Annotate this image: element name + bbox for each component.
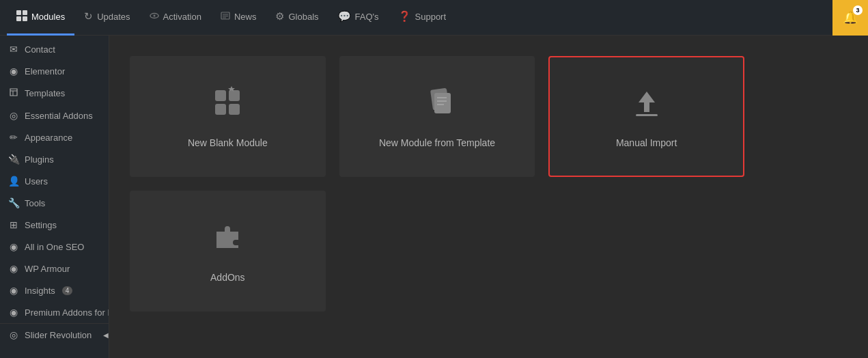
- svg-rect-15: [215, 104, 226, 115]
- nav-faqs-label: FAQ's: [355, 12, 379, 22]
- sidebar-item-templates-label: Templates: [25, 88, 65, 98]
- modules-icon: [16, 10, 27, 23]
- nav-updates-label: Updates: [97, 12, 130, 22]
- sidebar-item-elementor-label: Elementor: [25, 66, 65, 77]
- card-manual-import[interactable]: Manual Import: [548, 56, 744, 177]
- nav-modules[interactable]: Modules: [7, 0, 74, 36]
- insights-icon: ◉: [8, 285, 19, 296]
- insights-badge: 4: [62, 286, 73, 295]
- notification-badge: 3: [853, 5, 863, 15]
- sidebar-item-settings-label: Settings: [25, 220, 57, 230]
- sidebar-item-contact-label: Contact: [25, 44, 55, 55]
- sidebar-item-users-label: Users: [25, 176, 48, 187]
- nav-activation-label: Activation: [163, 12, 201, 22]
- nav-items: Modules ↻ Updates Activation: [0, 0, 832, 36]
- nav-updates[interactable]: ↻ Updates: [74, 0, 139, 36]
- svg-rect-3: [23, 16, 27, 21]
- module-cards-grid: New Blank Module New Module from Templat…: [130, 56, 744, 312]
- nav-globals-label: Globals: [288, 12, 318, 22]
- nav-globals[interactable]: ⚙ Globals: [266, 0, 328, 36]
- main-content: New Blank Module New Module from Templat…: [109, 36, 868, 358]
- elementor-icon: ◉: [8, 66, 19, 77]
- news-icon: [221, 11, 230, 23]
- sidebar: ✉ Contact ◉ Elementor Templates ◎ Essent…: [0, 36, 109, 358]
- sidebar-item-appearance[interactable]: ✏ Appearance: [0, 126, 109, 148]
- sidebar-item-contact[interactable]: ✉ Contact: [0, 38, 109, 60]
- new-module-from-template-label: New Module from Template: [379, 137, 495, 148]
- new-blank-module-icon: [210, 85, 245, 128]
- main-layout: ✉ Contact ◉ Elementor Templates ◎ Essent…: [0, 36, 868, 358]
- nav-modules-label: Modules: [31, 12, 65, 22]
- manual-import-icon: [629, 85, 664, 128]
- nav-news[interactable]: News: [211, 0, 266, 36]
- activation-icon: [150, 11, 159, 23]
- sidebar-item-tools-label: Tools: [25, 198, 45, 208]
- templates-icon: [8, 87, 19, 99]
- sidebar-item-all-in-one-seo[interactable]: ◉ All in One SEO: [0, 236, 109, 258]
- notifications-button[interactable]: 🔔 3: [832, 0, 868, 36]
- appearance-icon: ✏: [8, 132, 19, 143]
- sidebar-item-slider-revolution[interactable]: ◎ Slider Revolution ◀: [0, 323, 109, 346]
- sidebar-item-elementor[interactable]: ◉ Elementor: [0, 60, 109, 82]
- new-blank-module-label: New Blank Module: [188, 137, 268, 148]
- svg-point-5: [153, 14, 155, 16]
- nav-activation[interactable]: Activation: [140, 0, 211, 36]
- faqs-icon: 💬: [338, 10, 351, 23]
- svg-rect-13: [215, 90, 226, 101]
- sidebar-item-wp-armour[interactable]: ◉ WP Armour: [0, 258, 109, 279]
- svg-marker-10: [10, 89, 17, 96]
- addons-icon: [210, 219, 245, 262]
- updates-icon: ↻: [84, 10, 93, 23]
- card-addons[interactable]: AddOns: [130, 191, 326, 312]
- card-new-module-from-template[interactable]: New Module from Template: [339, 56, 535, 177]
- sidebar-item-slider-revolution-label: Slider Revolution: [25, 330, 92, 340]
- manual-import-label: Manual Import: [616, 137, 677, 148]
- sidebar-item-tools[interactable]: 🔧 Tools: [0, 192, 109, 214]
- tools-icon: 🔧: [8, 197, 19, 208]
- plugins-icon: 🔌: [8, 154, 19, 165]
- addons-label: AddOns: [210, 272, 245, 283]
- sidebar-item-insights-label: Insights: [25, 286, 55, 296]
- svg-rect-24: [636, 114, 658, 116]
- contact-icon: ✉: [8, 44, 19, 55]
- sidebar-item-essential-addons[interactable]: ◎ Essential Addons: [0, 105, 109, 126]
- sidebar-item-users[interactable]: 👤 Users: [0, 170, 109, 192]
- sidebar-item-insights[interactable]: ◉ Insights 4: [0, 279, 109, 301]
- premium-addons-icon: ◉: [8, 307, 19, 318]
- collapse-arrow-icon: ◀: [103, 331, 109, 339]
- svg-rect-16: [229, 104, 240, 115]
- globals-icon: ⚙: [275, 10, 284, 23]
- new-module-from-template-icon: [419, 85, 455, 128]
- sidebar-item-templates[interactable]: Templates: [0, 82, 109, 105]
- nav-news-label: News: [234, 12, 257, 22]
- all-in-one-seo-icon: ◉: [8, 241, 19, 252]
- nav-support-label: Support: [415, 12, 447, 22]
- support-icon: ❓: [398, 10, 411, 23]
- svg-marker-23: [639, 92, 655, 112]
- nav-faqs[interactable]: 💬 FAQ's: [328, 0, 389, 36]
- sidebar-item-plugins[interactable]: 🔌 Plugins: [0, 148, 109, 170]
- essential-addons-icon: ◎: [8, 110, 19, 121]
- svg-rect-19: [434, 93, 451, 113]
- card-new-blank-module[interactable]: New Blank Module: [130, 56, 326, 177]
- sidebar-item-premium-addons[interactable]: ◉ Premium Addons for Elementor: [0, 301, 109, 323]
- svg-rect-0: [16, 10, 21, 15]
- sidebar-item-settings[interactable]: ⊞ Settings: [0, 214, 109, 236]
- top-navigation: Modules ↻ Updates Activation: [0, 0, 868, 36]
- sidebar-item-essential-addons-label: Essential Addons: [25, 111, 93, 121]
- sidebar-item-wp-armour-label: WP Armour: [25, 264, 70, 274]
- svg-rect-14: [229, 90, 240, 101]
- sidebar-item-appearance-label: Appearance: [25, 133, 72, 143]
- svg-rect-1: [23, 10, 27, 15]
- users-icon: 👤: [8, 176, 19, 187]
- sidebar-item-plugins-label: Plugins: [25, 154, 54, 165]
- settings-icon: ⊞: [8, 219, 19, 230]
- nav-support[interactable]: ❓ Support: [389, 0, 456, 36]
- slider-revolution-icon: ◎: [8, 329, 19, 340]
- svg-rect-2: [16, 16, 21, 21]
- sidebar-item-premium-addons-label: Premium Addons for Elementor: [25, 307, 109, 318]
- wp-armour-icon: ◉: [8, 263, 19, 274]
- sidebar-item-all-in-one-seo-label: All in One SEO: [25, 242, 84, 252]
